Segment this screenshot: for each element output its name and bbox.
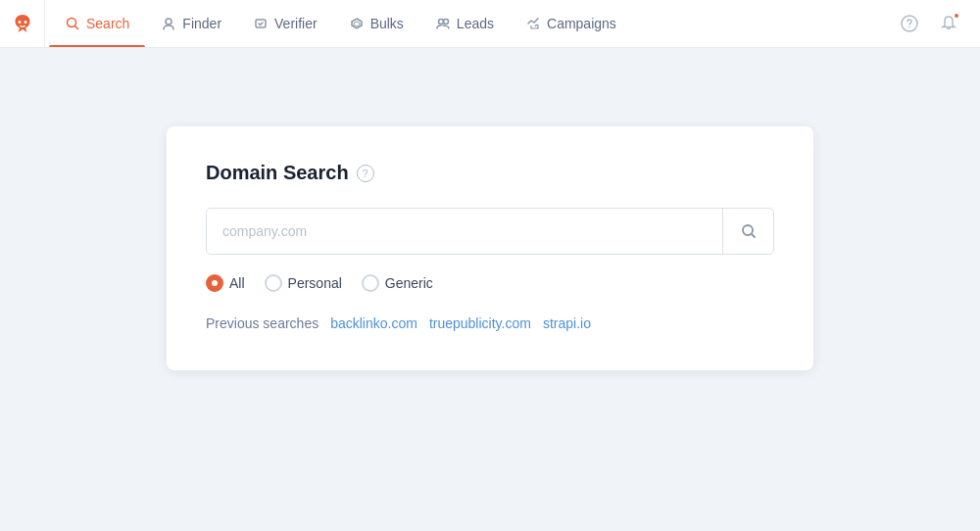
logo-icon (11, 12, 34, 35)
nav-item-finder[interactable]: Finder (145, 0, 237, 47)
help-icon (901, 15, 918, 32)
previous-searches-row: Previous searches backlinko.com truepubl… (206, 315, 774, 331)
card-title-row: Domain Search ? (206, 162, 774, 184)
svg-point-1 (24, 21, 26, 24)
nav-item-bulks[interactable]: Bulks (333, 0, 419, 47)
nav-label-finder: Finder (182, 16, 221, 31)
nav-label-leads: Leads (457, 16, 494, 31)
card-help-icon[interactable]: ? (357, 165, 374, 182)
domain-search-row (206, 208, 774, 255)
navbar: Search Finder Verifier (0, 0, 980, 48)
prev-search-backlinko[interactable]: backlinko.com (330, 315, 417, 331)
svg-point-0 (18, 21, 21, 24)
leads-nav-icon (435, 16, 451, 31)
filter-personal-label: Personal (288, 275, 342, 291)
notification-badge (953, 12, 960, 20)
nav-label-search: Search (86, 16, 129, 31)
nav-item-search[interactable]: Search (49, 0, 145, 47)
radio-personal (265, 274, 282, 292)
filter-personal[interactable]: Personal (265, 274, 342, 292)
notification-button[interactable] (933, 8, 964, 39)
search-nav-icon (65, 16, 80, 31)
main-content: Domain Search ? All P (0, 48, 980, 531)
domain-search-card: Domain Search ? All P (167, 126, 813, 370)
nav-label-campaigns: Campaigns (547, 16, 616, 31)
svg-point-8 (443, 20, 448, 24)
help-button[interactable] (894, 8, 925, 39)
verifier-nav-icon (253, 16, 269, 31)
prev-search-truepublicity[interactable]: truepublicity.com (429, 315, 531, 331)
nav-item-verifier[interactable]: Verifier (237, 0, 333, 47)
filter-generic[interactable]: Generic (362, 274, 433, 292)
nav-item-leads[interactable]: Leads (419, 0, 510, 47)
radio-all (206, 274, 223, 292)
finder-nav-icon (161, 16, 176, 31)
logo[interactable] (0, 0, 45, 48)
radio-generic (362, 274, 379, 292)
nav-items: Search Finder Verifier (45, 0, 894, 47)
campaigns-nav-icon (525, 16, 541, 31)
prev-search-strapi[interactable]: strapi.io (543, 315, 591, 331)
svg-point-3 (166, 19, 172, 24)
filter-generic-label: Generic (385, 275, 433, 291)
search-submit-icon (741, 223, 757, 239)
nav-item-campaigns[interactable]: Campaigns (510, 0, 632, 47)
nav-label-bulks: Bulks (370, 16, 404, 31)
nav-right (894, 8, 980, 39)
card-title: Domain Search (206, 162, 349, 184)
domain-search-button[interactable] (722, 209, 773, 254)
domain-search-input[interactable] (207, 212, 722, 251)
nav-label-verifier: Verifier (274, 16, 318, 31)
svg-marker-6 (354, 22, 360, 26)
svg-point-10 (908, 26, 910, 28)
bulks-nav-icon (349, 16, 365, 31)
filter-all[interactable]: All (206, 274, 245, 292)
filter-all-label: All (229, 275, 245, 291)
previous-searches-label: Previous searches (206, 315, 318, 331)
filter-row: All Personal Generic (206, 274, 774, 292)
